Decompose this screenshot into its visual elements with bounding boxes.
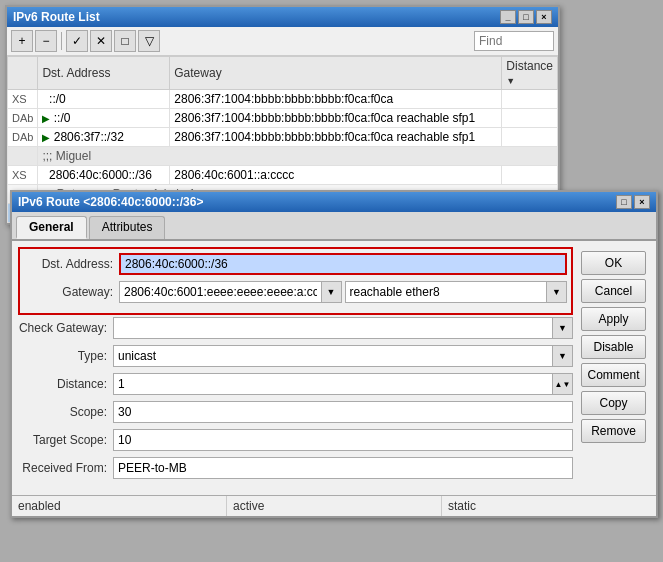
col-dst[interactable]: Dst. Address — [38, 57, 170, 90]
scope-row: Scope: — [18, 401, 573, 423]
cancel-button[interactable]: Cancel — [581, 279, 646, 303]
gateway-input-group: ▼ ▼ — [119, 281, 567, 303]
close-button[interactable]: × — [536, 10, 552, 24]
type-row: Type: ▼ — [18, 345, 573, 367]
status-static: static — [442, 496, 656, 516]
tabs-bar: General Attributes — [12, 212, 656, 241]
scope-input[interactable] — [113, 401, 573, 423]
row-dst: 2806:40c:6000::/36 — [38, 166, 170, 185]
gateway-row: Gateway: ▼ ▼ — [24, 281, 567, 303]
row-distance — [502, 128, 558, 147]
target-scope-row: Target Scope: — [18, 429, 573, 451]
group-row-miguel: ;;; Miguel — [8, 147, 558, 166]
table-row[interactable]: DAb ▶ 2806:3f7::/32 2806:3f7:1004:bbbb:b… — [8, 128, 558, 147]
close-button-2[interactable]: × — [634, 195, 650, 209]
distance-wrapper: ▲▼ — [113, 373, 573, 395]
separator-1 — [61, 32, 62, 50]
reachable-input[interactable] — [345, 281, 548, 303]
comment-button-2[interactable]: Comment — [581, 363, 646, 387]
check-gateway-label: Check Gateway: — [18, 321, 113, 335]
row-type: DAb — [8, 128, 38, 147]
row-dst: ▶ ::/0 — [38, 109, 170, 128]
enable-button[interactable]: ✓ — [66, 30, 88, 52]
reachable-input-wrapper: ▼ — [345, 281, 568, 303]
remove-button-2[interactable]: Remove — [581, 419, 646, 443]
table-row[interactable]: DAb ▶ ::/0 2806:3f7:1004:bbbb:bbbb:bbbb:… — [8, 109, 558, 128]
apply-button[interactable]: Apply — [581, 307, 646, 331]
disable-button[interactable]: ✕ — [90, 30, 112, 52]
status-bar: enabled active static — [12, 495, 656, 516]
row-gateway: 2806:3f7:1004:bbbb:bbbb:bbbb:f0ca:f0ca — [170, 90, 502, 109]
group-label: ;;; Miguel — [38, 147, 558, 166]
scope-label: Scope: — [18, 405, 113, 419]
row-gateway: 2806:3f7:1004:bbbb:bbbb:bbbb:f0ca:f0ca r… — [170, 128, 502, 147]
top-titlebar: IPv6 Route List _ □ × — [7, 7, 558, 27]
minimize-button-2[interactable]: □ — [616, 195, 632, 209]
maximize-button[interactable]: □ — [518, 10, 534, 24]
row-type: XS — [8, 90, 38, 109]
distance-label: Distance: — [18, 377, 113, 391]
minimize-button[interactable]: _ — [500, 10, 516, 24]
tab-attributes[interactable]: Attributes — [89, 216, 166, 239]
highlight-box: Dst. Address: Gateway: ▼ ▼ — [18, 247, 573, 315]
type-dropdown-btn[interactable]: ▼ — [553, 345, 573, 367]
top-titlebar-buttons: _ □ × — [500, 10, 552, 24]
status-enabled: enabled — [12, 496, 227, 516]
distance-row: Distance: ▲▼ — [18, 373, 573, 395]
route-list-toolbar: + − ✓ ✕ □ ▽ — [7, 27, 558, 56]
filter-button[interactable]: ▽ — [138, 30, 160, 52]
check-gateway-row: Check Gateway: ▼ — [18, 317, 573, 339]
dst-address-row: Dst. Address: — [24, 253, 567, 275]
tab-general[interactable]: General — [16, 216, 87, 239]
check-gateway-wrapper: ▼ — [113, 317, 573, 339]
comment-button[interactable]: □ — [114, 30, 136, 52]
dst-address-label: Dst. Address: — [24, 257, 119, 271]
table-row[interactable]: XS ::/0 2806:3f7:1004:bbbb:bbbb:bbbb:f0c… — [8, 90, 558, 109]
target-scope-label: Target Scope: — [18, 433, 113, 447]
row-distance — [502, 109, 558, 128]
row-type: DAb — [8, 109, 38, 128]
ipv6-route-detail-window: IPv6 Route <2806:40c:6000::/36> □ × Gene… — [10, 190, 658, 518]
top-title: IPv6 Route List — [13, 10, 100, 24]
col-distance[interactable]: Distance — [502, 57, 558, 90]
distance-stepper-btn[interactable]: ▲▼ — [553, 373, 573, 395]
side-buttons-panel: OK Cancel Apply Disable Comment Copy Rem… — [577, 247, 650, 485]
target-scope-input[interactable] — [113, 429, 573, 451]
received-from-row: Received From: — [18, 457, 573, 479]
row-gateway: 2806:3f7:1004:bbbb:bbbb:bbbb:f0ca:f0ca r… — [170, 109, 502, 128]
reachable-dropdown-btn[interactable]: ▼ — [547, 281, 567, 303]
received-from-input[interactable] — [113, 457, 573, 479]
form-fields: Dst. Address: Gateway: ▼ ▼ — [18, 247, 577, 485]
search-input[interactable] — [474, 31, 554, 51]
gateway-label: Gateway: — [24, 285, 119, 299]
row-dst: ::/0 — [38, 90, 170, 109]
type-input[interactable] — [113, 345, 553, 367]
col-gateway[interactable]: Gateway — [170, 57, 502, 90]
row-gateway: 2806:40c:6001::a:cccc — [170, 166, 502, 185]
bottom-titlebar: IPv6 Route <2806:40c:6000::/36> □ × — [12, 192, 656, 212]
add-button[interactable]: + — [11, 30, 33, 52]
row-dst: ▶ 2806:3f7::/32 — [38, 128, 170, 147]
check-gateway-dropdown-btn[interactable]: ▼ — [553, 317, 573, 339]
row-type — [8, 147, 38, 166]
form-area: Dst. Address: Gateway: ▼ ▼ — [12, 241, 656, 491]
gateway-dropdown-btn[interactable]: ▼ — [322, 281, 342, 303]
table-row[interactable]: XS 2806:40c:6000::/36 2806:40c:6001::a:c… — [8, 166, 558, 185]
dst-address-input[interactable] — [119, 253, 567, 275]
distance-input[interactable] — [113, 373, 553, 395]
bottom-title: IPv6 Route <2806:40c:6000::/36> — [18, 195, 203, 209]
col-type — [8, 57, 38, 90]
row-distance — [502, 166, 558, 185]
remove-button[interactable]: − — [35, 30, 57, 52]
bottom-titlebar-buttons: □ × — [616, 195, 650, 209]
row-type: XS — [8, 166, 38, 185]
type-wrapper: ▼ — [113, 345, 573, 367]
copy-button[interactable]: Copy — [581, 391, 646, 415]
status-active: active — [227, 496, 442, 516]
disable-button-2[interactable]: Disable — [581, 335, 646, 359]
received-from-label: Received From: — [18, 461, 113, 475]
check-gateway-input[interactable] — [113, 317, 553, 339]
gateway-input-wrapper: ▼ — [119, 281, 342, 303]
ok-button[interactable]: OK — [581, 251, 646, 275]
gateway-input[interactable] — [119, 281, 322, 303]
